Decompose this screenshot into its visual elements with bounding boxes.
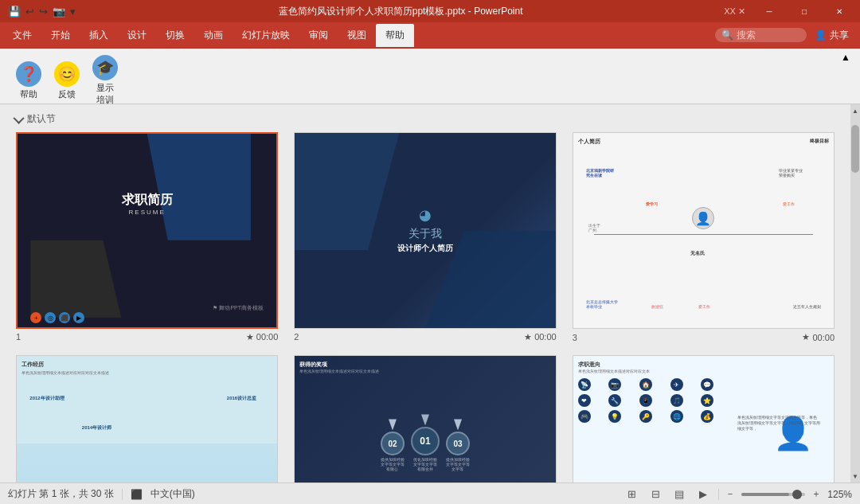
- medal-2: 02 提供加班经验文字等文字等有限公: [381, 419, 405, 471]
- save-icon[interactable]: 💾: [6, 4, 22, 19]
- tab-slideshow[interactable]: 幻灯片放映: [233, 24, 299, 47]
- slide-item-4[interactable]: 工作经历 单色浅灰纹理用细文本描述对应对应对应文本描述 2012年设计助理 20…: [16, 355, 278, 483]
- soc-icon-3: 🏠: [639, 378, 652, 391]
- feedback-button[interactable]: 😊 反馈: [48, 58, 86, 104]
- tl-birthplace: 出生于广州: [588, 223, 600, 232]
- tab-home[interactable]: 开始: [41, 24, 80, 47]
- slide-thumb-wrap-6[interactable]: 求职意向 单色浅灰纹理用细文本描述对应对应文本 📡 📷 🏠 ✈ 💬 ❤ 🔧: [573, 355, 835, 483]
- zoom-slider[interactable]: [741, 493, 805, 496]
- slide-thumb-wrap-2[interactable]: ◕ 关于我 设计师个人简历: [294, 132, 556, 329]
- timeline-avatar: 👤: [692, 207, 714, 229]
- maximize-button[interactable]: □: [790, 3, 819, 19]
- tab-file[interactable]: 文件: [3, 24, 41, 47]
- ribbon-tabs: 文件 开始 插入 设计 切换 动画 幻灯片放映 审阅 视图 帮助 🔍 👤 共享: [0, 22, 860, 48]
- slide3-name: 无名氏: [690, 250, 705, 257]
- slide-info: 幻灯片 第 1 张，共 30 张: [8, 487, 114, 501]
- scroll-track[interactable]: [850, 117, 860, 470]
- tab-transition[interactable]: 切换: [156, 24, 194, 47]
- dropdown-icon[interactable]: ▾: [68, 4, 77, 19]
- reading-view-btn[interactable]: ▤: [670, 487, 688, 502]
- slide1-icon2: ◎: [45, 312, 56, 323]
- tab-animation[interactable]: 动画: [194, 24, 233, 47]
- medal-text-3: 提供加班经验文字等文字等文字等: [446, 457, 470, 471]
- medal-text-2: 提供加班经验文字等文字等有限公: [381, 457, 405, 471]
- screenshot-icon[interactable]: 📷: [51, 4, 67, 19]
- slide-item-6[interactable]: 求职意向 单色浅灰纹理用细文本描述对应对应文本 📡 📷 🏠 ✈ 💬 ❤ 🔧: [573, 355, 835, 483]
- slide-thumb-4[interactable]: 工作经历 单色浅灰纹理用细文本描述对应对应对应文本描述 2012年设计助理 20…: [16, 355, 278, 483]
- slide-sorter-btn[interactable]: ⊟: [647, 487, 664, 502]
- section-label: 默认节: [16, 112, 835, 126]
- slide-thumb-2[interactable]: ◕ 关于我 设计师个人简历: [294, 132, 556, 329]
- status-bar-right: ⊞ ⊟ ▤ ▶ － ＋ 125%: [623, 487, 852, 502]
- slide6-sub: 单色浅灰纹理用细文本描述对应对应文本: [578, 369, 829, 373]
- slide-item-1[interactable]: 求职简历 RESUME ⚑ 舞动PPT商务模板 + ◎ ⬛: [16, 132, 278, 342]
- slide-thumb-3[interactable]: 个人简历 终极目标 北京戏剧学院研究生在读 毕业某某专业荣誉购买 出生于广州 爱…: [573, 132, 835, 329]
- title-bar-title: 蓝色简约风设计师个人求职简历ppt模板.pptx - PowerPoint: [77, 5, 724, 18]
- slide-time-3: ★ 00:00: [802, 332, 835, 342]
- slide1-icon3: ⬛: [59, 312, 70, 323]
- zoom-out-icon[interactable]: －: [725, 487, 735, 501]
- soc-icon-1: 📡: [578, 378, 591, 391]
- soc-icon-10: ⭐: [701, 394, 713, 407]
- scroll-down-arrow[interactable]: ▼: [850, 470, 860, 483]
- input-indicator: ⬛: [131, 489, 143, 500]
- zoom-in-icon[interactable]: ＋: [811, 487, 821, 501]
- minimize-button[interactable]: ─: [755, 3, 784, 19]
- help-button[interactable]: ❓ 帮助: [10, 58, 48, 104]
- slide-time-2: ★ 00:00: [524, 332, 557, 342]
- soc-icon-2: 📷: [608, 378, 621, 391]
- slide5-title: 获得的奖项: [299, 361, 550, 369]
- slideshow-btn[interactable]: ▶: [694, 487, 712, 502]
- timeline-line: [594, 234, 813, 235]
- soc-icon-13: 🔑: [639, 410, 652, 423]
- undo-icon[interactable]: ↩: [24, 4, 36, 19]
- scroll-up-arrow[interactable]: ▲: [850, 104, 860, 117]
- normal-view-btn[interactable]: ⊞: [623, 487, 640, 502]
- scroll-thumb[interactable]: [851, 125, 859, 173]
- tab-insert[interactable]: 插入: [80, 24, 118, 47]
- training-icon: 🎓: [92, 55, 118, 80]
- slide4-sub: 单色浅灰纹理用细文本描述对应对应对应文本描述: [22, 370, 272, 375]
- tl-plan: 近五年人生规划: [793, 304, 821, 309]
- training-button[interactable]: 🎓 显示 培训: [86, 52, 124, 109]
- search-box[interactable]: 🔍: [715, 28, 807, 42]
- year-2012: 2012年设计助理: [29, 395, 64, 402]
- slide-thumb-1[interactable]: 求职简历 RESUME ⚑ 舞动PPT商务模板 + ◎ ⬛: [16, 132, 278, 329]
- slide-item-5[interactable]: 获得的奖项 单色浅灰纹理用细文本描述对应对应文本描述 02 提供加班经验文字等文…: [294, 355, 556, 483]
- title-bar-left: 💾 ↩ ↪ 📷 ▾: [6, 4, 77, 19]
- slide-thumb-5[interactable]: 获得的奖项 单色浅灰纹理用细文本描述对应对应文本描述 02 提供加班经验文字等文…: [294, 355, 556, 483]
- soc-icon-8: 📱: [639, 394, 652, 407]
- soc-icon-12: 💡: [608, 410, 621, 423]
- tab-view[interactable]: 视图: [338, 24, 376, 47]
- title-bar-controls: XX ✕ ─ □ ✕: [724, 3, 854, 19]
- tab-help[interactable]: 帮助: [376, 24, 414, 47]
- slide6-title: 求职意向: [578, 361, 829, 369]
- tl-work2: 爱工作: [698, 304, 710, 309]
- slide-thumb-wrap-5[interactable]: 获得的奖项 单色浅灰纹理用细文本描述对应对应文本描述 02 提供加班经验文字等文…: [294, 355, 556, 483]
- search-input[interactable]: [737, 29, 800, 41]
- tab-review[interactable]: 审阅: [299, 24, 338, 47]
- medal-circle-2: 02: [381, 432, 405, 455]
- slide1-icon1: +: [30, 312, 41, 323]
- soc-icon-11: 🎮: [578, 410, 591, 423]
- slides-panel[interactable]: 默认节 求职简历 RESUME ⚑: [0, 104, 850, 483]
- soc-icon-6: ❤: [578, 394, 591, 407]
- ribbon-scroll-up[interactable]: ▲: [841, 52, 850, 63]
- soc-icon-7: 🔧: [608, 394, 621, 407]
- zoom-handle[interactable]: [792, 490, 802, 499]
- slide-thumb-wrap-1[interactable]: 求职简历 RESUME ⚑ 舞动PPT商务模板 + ◎ ⬛: [16, 132, 278, 329]
- slide-item-2[interactable]: ◕ 关于我 设计师个人简历 2 ★ 00:00: [294, 132, 556, 342]
- redo-icon[interactable]: ↪: [37, 4, 49, 19]
- slide-thumb-wrap-4[interactable]: 工作经历 单色浅灰纹理用细文本描述对应对应对应文本描述 2012年设计助理 20…: [16, 355, 278, 483]
- slide-item-3[interactable]: 个人简历 终极目标 北京戏剧学院研究生在读 毕业某某专业荣誉购买 出生于广州 爱…: [573, 132, 835, 342]
- help-group: ❓ 帮助 😊 反馈 🎓 显示 培训 帮助: [10, 52, 124, 100]
- medal-3: 03 提供加班经验文字等文字等文字等: [446, 419, 470, 471]
- close-button[interactable]: ✕: [825, 3, 854, 19]
- tab-design[interactable]: 设计: [118, 24, 156, 47]
- right-scrollbar[interactable]: ▲ ▼: [850, 104, 860, 483]
- slide-thumb-wrap-3[interactable]: 个人简历 终极目标 北京戏剧学院研究生在读 毕业某某专业荣誉购买 出生于广州 爱…: [573, 132, 835, 329]
- slide-thumb-6[interactable]: 求职意向 单色浅灰纹理用细文本描述对应对应文本 📡 📷 🏠 ✈ 💬 ❤ 🔧: [573, 355, 835, 483]
- ribbon-content: ❓ 帮助 😊 反馈 🎓 显示 培训 帮助 ▲: [0, 49, 860, 104]
- soc-icon-14: 🌐: [670, 410, 683, 423]
- share-button[interactable]: 👤 共享: [807, 25, 857, 45]
